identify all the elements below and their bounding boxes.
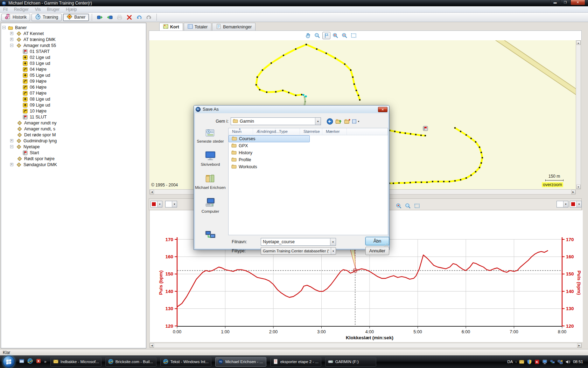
folder-row-workouts[interactable]: Workouts xyxy=(229,163,388,170)
zoom-fit-icon[interactable] xyxy=(350,32,358,39)
scroll-right-icon[interactable]: ▶ xyxy=(577,343,581,348)
column-header-4[interactable]: Mærker xyxy=(322,128,347,135)
column-header-1[interactable]: Ændringsd... xyxy=(253,128,275,135)
toolbar-button-baner[interactable]: Baner xyxy=(63,14,89,21)
scroll-up-icon[interactable]: ▲ xyxy=(576,41,581,45)
tree-item[interactable]: −Baner xyxy=(1,25,146,30)
tree-expander-plus[interactable]: + xyxy=(10,139,13,142)
tree-item[interactable]: Amager rundt ny xyxy=(1,120,146,126)
tree-expander-minus[interactable]: − xyxy=(2,26,6,29)
send-to-device-icon[interactable] xyxy=(96,14,104,21)
clock[interactable]: 08:51 xyxy=(573,360,583,364)
tree-item[interactable]: +AT Kennet xyxy=(1,30,146,36)
tree-item[interactable]: 07 Højre xyxy=(1,90,146,96)
tree-item[interactable]: 06 Højre xyxy=(1,84,146,90)
delete-icon[interactable] xyxy=(125,14,133,21)
series-color-combo-right[interactable]: ▼ xyxy=(570,201,582,207)
filetype-combobox[interactable]: Garmin Training Center databasefiler (*.… xyxy=(261,247,336,255)
tree-item[interactable]: Amager rundt, s xyxy=(1,126,146,132)
tray-mail-icon[interactable] xyxy=(519,359,524,364)
dialog-place-seneste-steder[interactable]: Seneste steder xyxy=(195,127,226,143)
redo-icon[interactable] xyxy=(145,14,153,21)
tree-item[interactable]: 08 Lige ud xyxy=(1,96,146,102)
minimize-button[interactable]: ▬ xyxy=(550,0,560,5)
folder-up-icon[interactable] xyxy=(335,117,342,125)
taskbar-button[interactable]: Indbakke - Microsof... xyxy=(50,357,102,367)
tree-item[interactable]: −Amager rundt 55 xyxy=(1,42,146,48)
series-combo-right[interactable]: ▼ xyxy=(556,201,568,207)
taskbar-button[interactable]: Bricksite.com - Buil... xyxy=(105,357,156,367)
tree-expander-plus[interactable]: + xyxy=(10,38,13,41)
quicklaunch-media-icon[interactable] xyxy=(36,358,41,365)
tree-item[interactable]: Start xyxy=(1,150,146,156)
quicklaunch-ie-icon[interactable] xyxy=(27,358,33,365)
tray-antivirus-k-icon[interactable]: K xyxy=(534,359,540,364)
menu-item-vis[interactable]: Vis xyxy=(32,7,44,12)
tray-network-icon[interactable] xyxy=(550,359,555,364)
tree-item[interactable]: +Gudmindrup lyng xyxy=(1,138,146,144)
tree-item[interactable]: +AT træning DMK xyxy=(1,36,146,42)
chart-zoom-fit-icon[interactable] xyxy=(413,202,421,210)
new-folder-icon[interactable] xyxy=(343,117,351,125)
quicklaunch-window-icon[interactable] xyxy=(19,358,24,365)
menu-item-fil[interactable]: Fil xyxy=(0,7,11,12)
tree-item[interactable]: 11 SLUT xyxy=(1,114,146,120)
column-header-2[interactable]: Type xyxy=(275,128,300,135)
chart-zoom-in-icon[interactable] xyxy=(395,202,403,210)
dialog-close-icon[interactable]: ✕ xyxy=(378,107,387,112)
folder-row-courses[interactable]: Courses xyxy=(229,135,310,142)
tab-kort[interactable]: Kort xyxy=(159,23,183,31)
tab-totaler[interactable]: Totaler xyxy=(184,23,212,30)
tree-item[interactable]: 09 Lige ud xyxy=(1,102,146,108)
dialog-place-computer[interactable]: Computer xyxy=(195,197,226,213)
scroll-down-icon[interactable]: ▼ xyxy=(576,185,581,189)
language-indicator[interactable]: DA xyxy=(507,360,513,364)
maximize-button[interactable]: ❐ xyxy=(560,0,570,5)
receive-from-device-icon[interactable] xyxy=(105,14,114,21)
tree-item[interactable]: Rødt spor højre xyxy=(1,156,146,162)
tree-item[interactable]: +Søndagstur DMK xyxy=(1,162,146,168)
dialog-place-network[interactable] xyxy=(195,229,226,241)
tray-chevron-icon[interactable]: ‹ xyxy=(515,360,517,364)
tree-item[interactable]: 10 Højre xyxy=(1,108,146,114)
tree-item[interactable]: 01 START xyxy=(1,48,146,54)
tree-expander-plus[interactable]: + xyxy=(10,32,13,35)
folder-row-history[interactable]: History xyxy=(229,149,388,156)
filename-input[interactable]: Nyetape_course ▼ xyxy=(261,238,336,246)
tray-volume-icon[interactable] xyxy=(565,359,570,364)
column-header-3[interactable]: Størrelse xyxy=(300,128,322,135)
taskbar-button[interactable]: eksporter etape 2 - ... xyxy=(270,357,321,367)
cancel-button[interactable]: Annuller xyxy=(365,247,389,255)
series-combo-left[interactable]: ▼ xyxy=(165,201,177,207)
tree-item[interactable]: 03 Lige ud xyxy=(1,60,146,66)
zoom-lens-icon[interactable] xyxy=(313,32,321,39)
tree-item[interactable]: 05 Lige ud xyxy=(1,72,146,78)
dialog-place-skrivebord[interactable]: Skrivebord xyxy=(195,150,226,166)
scroll-left-icon[interactable]: ◀ xyxy=(150,343,154,348)
tree-item[interactable]: 09 Højre xyxy=(1,78,146,84)
scroll-left-icon[interactable]: ◀ xyxy=(150,190,154,194)
close-button[interactable]: ✕ xyxy=(570,0,585,5)
chart-horizontal-scrollbar[interactable]: ◀ ▶ xyxy=(149,343,582,348)
undo-icon[interactable] xyxy=(135,14,143,21)
map-vertical-scrollbar[interactable]: ▲ ▼ xyxy=(576,40,581,189)
tray-monitor-icon[interactable] xyxy=(542,359,547,364)
tray-shield-icon[interactable] xyxy=(527,359,532,364)
tree-expander-minus[interactable]: − xyxy=(10,145,13,148)
flag-tool-icon[interactable] xyxy=(322,32,330,39)
views-icon[interactable]: ▼ xyxy=(352,117,360,125)
pan-hand-icon[interactable] xyxy=(304,32,312,39)
menu-item-hjælp[interactable]: Hjælp xyxy=(63,7,80,12)
taskbar-button[interactable]: Tekst - Windows Int... xyxy=(160,357,211,367)
taskbar-button[interactable]: TCMichael Erichsen - ... xyxy=(215,357,266,367)
dialog-place-michael-erichsen[interactable]: Michael Erichsen xyxy=(195,173,226,190)
dialog-titlebar[interactable]: TC Save As xyxy=(194,105,389,113)
zoom-in-icon[interactable] xyxy=(331,32,340,39)
tree-item[interactable]: −Nyetape xyxy=(1,144,146,150)
tree-item[interactable]: 02 Lige ud xyxy=(1,54,146,60)
taskbar-button[interactable]: GARMIN (F:) xyxy=(325,357,376,367)
tree-item[interactable]: 04 Højre xyxy=(1,66,146,72)
file-list[interactable]: ▲NavnÆndringsd...TypeStørrelseMærker Cou… xyxy=(228,128,388,235)
folder-row-profile[interactable]: Profile xyxy=(229,156,388,163)
scroll-right-icon[interactable]: ▶ xyxy=(571,190,575,194)
